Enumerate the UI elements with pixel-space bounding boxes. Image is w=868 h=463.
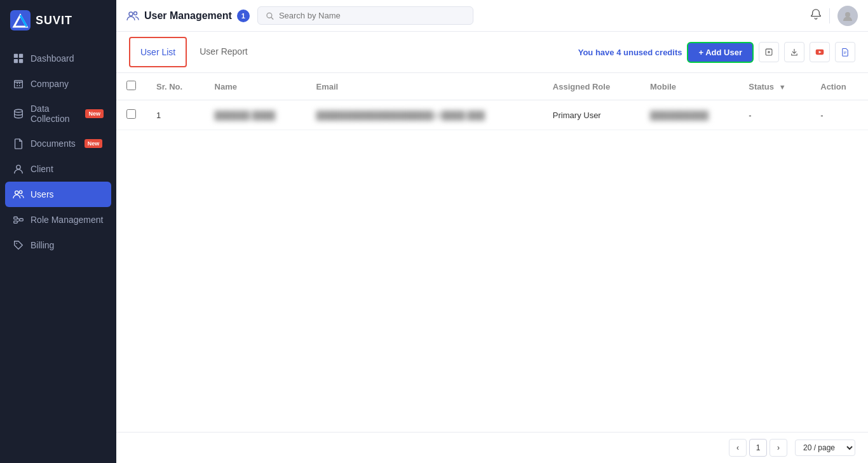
page-number-button[interactable]: 1 [749, 439, 767, 457]
roles-icon [13, 214, 24, 225]
status-filter-icon[interactable]: ▼ [779, 83, 786, 91]
document-icon-button[interactable] [835, 42, 855, 62]
svg-rect-9 [19, 83, 20, 84]
svg-point-15 [15, 191, 18, 194]
data-collection-badge: New [85, 109, 104, 118]
upload-icon [764, 48, 773, 57]
app-name: SUVIT [36, 14, 72, 27]
prev-page-button[interactable]: ‹ [729, 439, 747, 457]
table-row: 1 ██████ ████ ████████████████████@████.… [116, 100, 868, 130]
sidebar-item-label: Users [31, 189, 54, 199]
user-management-icon [126, 10, 139, 22]
svg-point-14 [17, 165, 20, 169]
svg-rect-10 [17, 85, 18, 86]
table-header-row: Sr. No. Name Email Assigned Role Mobile … [116, 73, 868, 100]
row-name-value: ██████ ████ [215, 111, 276, 120]
sidebar-item-label: Billing [31, 240, 54, 250]
building-icon [13, 78, 24, 90]
per-page-select[interactable]: 20 / page 50 / page 100 / page [795, 440, 855, 456]
header-divider [829, 8, 830, 23]
person-icon [13, 163, 24, 175]
sidebar: SUVIT Dashboard Company D [0, 0, 116, 463]
svg-rect-19 [20, 218, 23, 221]
file-icon [13, 138, 24, 149]
svg-rect-5 [14, 59, 18, 63]
download-icon [790, 48, 799, 57]
tag-icon [13, 239, 24, 251]
svg-rect-7 [15, 81, 23, 88]
row-mobile-value: ██████████ [650, 111, 709, 120]
svg-point-23 [129, 12, 133, 16]
row-email-value: ████████████████████@████.███ [316, 111, 485, 120]
col-action: Action [810, 73, 868, 100]
search-input[interactable] [279, 11, 465, 20]
svg-rect-4 [19, 54, 23, 58]
document-blue-icon [841, 48, 850, 57]
svg-point-27 [845, 12, 850, 17]
col-status: Status ▼ [738, 73, 810, 100]
row-assigned-role: Primary User [543, 100, 640, 130]
svg-rect-3 [14, 54, 18, 58]
sidebar-item-data-collection[interactable]: Data Collection New [0, 97, 116, 131]
row-email: ████████████████████@████.███ [306, 100, 542, 130]
row-sr-no: 1 [146, 100, 205, 130]
svg-rect-11 [19, 85, 20, 86]
documents-badge: New [85, 139, 103, 148]
tab-user-report[interactable]: User Report [189, 37, 257, 67]
table-area: Sr. No. Name Email Assigned Role Mobile … [116, 73, 868, 432]
main-content: User Management 1 [116, 0, 868, 463]
col-assigned-role: Assigned Role [543, 73, 640, 100]
add-user-button[interactable]: + Add User [687, 42, 754, 63]
sidebar-item-label: Role Management [31, 215, 103, 225]
sidebar-item-users[interactable]: Users [5, 182, 111, 207]
sidebar-item-label: Dashboard [31, 53, 74, 64]
row-checkbox[interactable] [126, 109, 136, 119]
sidebar-item-documents[interactable]: Documents New [0, 131, 116, 156]
svg-rect-8 [17, 83, 18, 84]
col-name: Name [205, 73, 306, 100]
select-all-checkbox[interactable] [126, 81, 136, 90]
svg-rect-6 [19, 59, 23, 63]
table-body: 1 ██████ ████ ████████████████████@████.… [116, 100, 868, 130]
sidebar-item-dashboard[interactable]: Dashboard [0, 46, 116, 71]
logo-area: SUVIT [0, 0, 116, 41]
sidebar-item-label: Data Collection [31, 104, 76, 124]
export-icon-button[interactable] [759, 42, 779, 62]
sidebar-item-client[interactable]: Client [0, 156, 116, 182]
search-icon [266, 11, 274, 20]
row-name: ██████ ████ [205, 100, 306, 130]
header-actions [810, 6, 858, 26]
svg-point-13 [15, 109, 23, 112]
svg-point-24 [134, 11, 137, 15]
row-mobile: ██████████ [640, 100, 738, 130]
credits-text: You have 4 unused credits [578, 48, 682, 57]
youtube-icon-button[interactable] [810, 42, 830, 62]
grid-icon [13, 53, 24, 64]
col-mobile: Mobile [640, 73, 738, 100]
download-icon-button[interactable] [784, 42, 804, 62]
sidebar-item-role-management[interactable]: Role Management [0, 207, 116, 232]
next-page-button[interactable]: › [770, 439, 787, 457]
tabs-bar: User List User Report You have 4 unused … [116, 32, 868, 73]
database-icon [13, 108, 24, 119]
row-checkbox-cell [116, 100, 146, 130]
svg-rect-17 [14, 217, 17, 220]
avatar[interactable] [837, 6, 858, 26]
top-header: User Management 1 [116, 0, 868, 32]
sidebar-item-label: Client [31, 164, 53, 174]
page-title: User Management [144, 10, 232, 22]
search-box[interactable] [257, 6, 473, 25]
page-badge: 1 [237, 10, 250, 22]
svg-line-26 [271, 17, 273, 19]
tabs-left: User List User Report [129, 32, 258, 72]
notification-icon[interactable] [810, 8, 822, 23]
credits-count: 4 [616, 48, 621, 57]
row-action: - [810, 100, 868, 130]
logo-icon [10, 10, 31, 30]
sidebar-item-company[interactable]: Company [0, 71, 116, 97]
sidebar-item-label: Documents [31, 138, 76, 149]
sidebar-item-billing[interactable]: Billing [0, 232, 116, 258]
tab-user-list[interactable]: User List [129, 37, 187, 67]
sidebar-item-label: Company [31, 79, 69, 89]
tabs-right: You have 4 unused credits + Add User [578, 42, 855, 63]
